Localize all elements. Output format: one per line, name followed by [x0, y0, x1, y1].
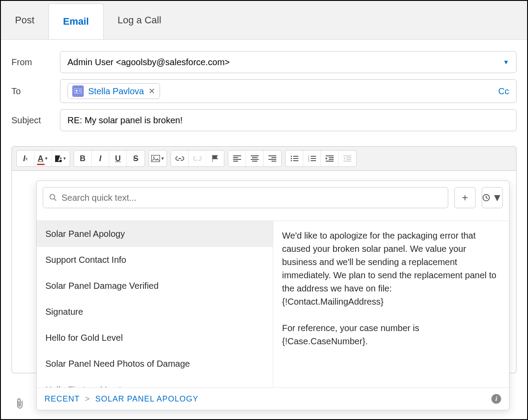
svg-rect-4 [151, 155, 160, 162]
contact-icon [72, 85, 84, 97]
highlight-color-button[interactable]: A▼ [52, 151, 70, 166]
subject-field[interactable] [60, 109, 517, 131]
to-label: To [11, 86, 60, 96]
quick-text-preview: We'd like to apologize for the packaging… [273, 221, 509, 387]
align-center-button[interactable] [246, 151, 264, 166]
svg-point-38 [50, 195, 55, 199]
quick-text-search[interactable] [43, 187, 448, 208]
cc-link[interactable]: Cc [498, 86, 509, 96]
svg-text:3: 3 [308, 159, 309, 162]
outdent-button[interactable] [338, 151, 356, 166]
tab-log-a-call[interactable]: Log a Call [104, 1, 175, 39]
quick-text-search-input[interactable] [61, 193, 442, 203]
quick-text-panel: + ▼ Solar Panel Apology Support Contact … [36, 181, 509, 410]
clear-formatting-button[interactable]: Ix [17, 151, 34, 166]
clock-icon [482, 193, 490, 202]
text-color-button[interactable]: A▼ [34, 151, 52, 166]
svg-rect-0 [74, 88, 82, 94]
svg-point-5 [153, 157, 154, 158]
align-right-button[interactable] [264, 151, 281, 166]
italic-button[interactable]: I [92, 151, 109, 166]
quick-text-item[interactable]: Solar Panel Apology [37, 221, 273, 247]
subject-input[interactable] [67, 115, 509, 125]
quick-text-item[interactable]: Hello First and Last [37, 377, 273, 387]
svg-point-20 [290, 160, 292, 162]
svg-point-18 [290, 156, 292, 157]
quick-text-breadcrumb[interactable]: RECENT > SOLAR PANEL APOLOGY [45, 394, 198, 404]
quick-text-item[interactable]: Support Contact Info [37, 247, 273, 273]
svg-point-19 [290, 158, 292, 159]
recent-quick-text-button[interactable]: ▼ [482, 187, 503, 208]
quick-text-item[interactable]: Solar Panel Damage Verified [37, 273, 273, 299]
bold-button[interactable]: B [74, 151, 92, 166]
breadcrumb-separator: > [85, 394, 90, 403]
svg-line-39 [54, 199, 56, 201]
info-icon[interactable]: i [491, 394, 501, 404]
recipient-name: Stella Pavlova [88, 86, 144, 96]
quick-text-list: Solar Panel Apology Support Contact Info… [37, 221, 273, 387]
underline-button[interactable]: U [109, 151, 127, 166]
strikethrough-button[interactable]: S [127, 151, 145, 166]
tab-post[interactable]: Post [1, 1, 48, 39]
attachment-icon[interactable] [15, 398, 25, 409]
chevron-down-icon: ▼ [503, 59, 509, 66]
from-label: From [11, 57, 60, 67]
from-select[interactable]: Admin User <agoolsby@salesforce.com> ▼ [60, 51, 517, 73]
search-icon [49, 194, 57, 202]
svg-point-1 [76, 90, 78, 92]
align-left-button[interactable] [228, 151, 246, 166]
breadcrumb-root[interactable]: RECENT [45, 394, 80, 403]
tab-email[interactable]: Email [48, 4, 104, 39]
breadcrumb-current: SOLAR PANEL APOLOGY [95, 394, 198, 403]
link-button[interactable] [171, 151, 189, 166]
quick-text-item[interactable]: Solar Panel Need Photos of Damage [37, 351, 273, 377]
numbered-list-button[interactable]: 123 [303, 151, 321, 166]
unlink-button[interactable] [189, 151, 206, 166]
recipient-pill[interactable]: Stella Pavlova ✕ [67, 83, 160, 99]
chevron-down-icon: ▼ [492, 192, 502, 204]
from-value: Admin User <agoolsby@salesforce.com> [67, 57, 230, 67]
new-quick-text-button[interactable]: + [454, 187, 476, 208]
publisher-tabs: Post Email Log a Call [1, 1, 527, 40]
flag-button[interactable] [206, 151, 224, 166]
image-button[interactable]: ▼ [149, 151, 167, 166]
quick-text-item[interactable]: Signature [37, 299, 273, 325]
bullet-list-button[interactable] [286, 151, 303, 166]
rte-toolbar: Ix A▼ A▼ B I U S ▼ [11, 146, 517, 171]
indent-button[interactable] [321, 151, 338, 166]
remove-recipient-icon[interactable]: ✕ [149, 86, 155, 96]
to-field[interactable]: Stella Pavlova ✕ Cc [60, 79, 517, 103]
email-form: From Admin User <agoolsby@salesforce.com… [1, 40, 527, 143]
quick-text-item[interactable]: Hello for Gold Level [37, 325, 273, 351]
subject-label: Subject [11, 115, 60, 125]
